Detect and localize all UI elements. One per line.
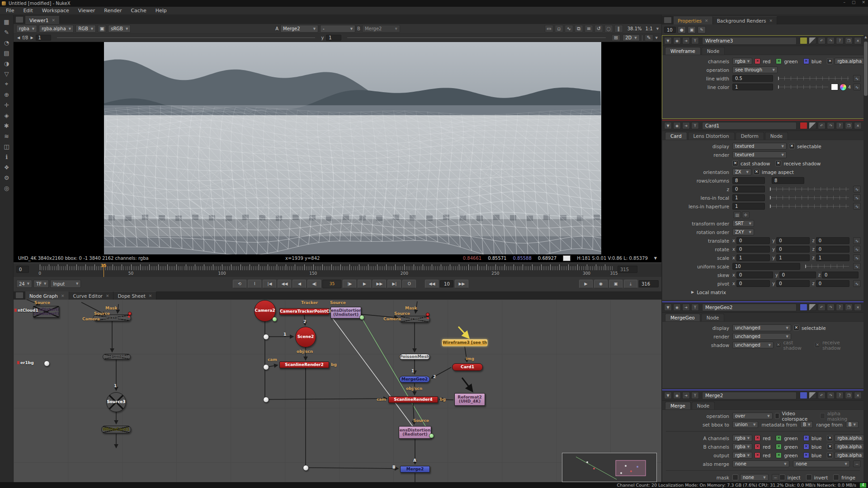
color-swatch[interactable]	[831, 84, 838, 90]
close-icon[interactable]: ✕	[769, 19, 773, 23]
collapse-icon[interactable]: ▼	[664, 304, 672, 311]
y-field[interactable]: 0	[776, 280, 810, 287]
gl-color-swatch[interactable]	[809, 122, 816, 129]
decrement-button[interactable]: ◀◀	[425, 280, 439, 288]
toolbar-keyer-icon[interactable]: ⌖	[1, 79, 12, 89]
green-checkbox[interactable]: ✕green	[776, 435, 797, 441]
layer-select[interactable]: rgba▼	[16, 25, 37, 33]
also-merge-select[interactable]: none▼	[732, 460, 789, 467]
more-button[interactable]: −	[853, 460, 861, 467]
toolbar-views-icon[interactable]: ◫	[1, 141, 12, 151]
toolbar-particles-icon[interactable]: ✱	[1, 121, 12, 131]
b-channels-select[interactable]: rgba▼	[732, 443, 752, 450]
close-icon[interactable]: ✕	[854, 304, 862, 311]
monitor-out-icon[interactable]: ▭	[545, 25, 553, 33]
source-mode-select[interactable]: Input▼	[50, 280, 81, 288]
redo-icon[interactable]: ↷	[827, 304, 835, 311]
line-color-field[interactable]: 1	[732, 84, 773, 90]
range-from-select[interactable]: B▼	[846, 421, 859, 428]
next-keyframe-button[interactable]: ▶▶	[373, 280, 386, 288]
blue-checkbox[interactable]: ✕blue	[803, 58, 822, 64]
none-select[interactable]: none▼	[793, 460, 850, 467]
a-channels-select[interactable]: rgba▼	[732, 435, 752, 441]
rgba-alpha-select[interactable]: rgba.alpha▼	[835, 452, 864, 459]
menu-file[interactable]: File	[2, 7, 18, 14]
close-icon[interactable]: ✕	[52, 18, 55, 23]
node-indicator-icon[interactable]: ◉	[673, 37, 681, 44]
slider[interactable]	[770, 196, 849, 200]
slider[interactable]	[805, 264, 849, 268]
collapse-icon[interactable]: ▼	[664, 37, 672, 44]
range-start-field[interactable]: 0	[16, 266, 29, 273]
in-point-button[interactable]: I	[248, 280, 261, 288]
revert-icon[interactable]: ↶	[818, 37, 826, 44]
line-width-field[interactable]: 0.5	[732, 75, 773, 82]
toolbar-toolsets-icon[interactable]: ❖	[1, 162, 12, 172]
gamma-slider[interactable]	[347, 38, 606, 38]
menu-help[interactable]: Help	[151, 7, 171, 14]
float-icon[interactable]: ❐	[845, 37, 853, 44]
curve-editor-icon[interactable]: ∿	[853, 186, 861, 192]
toolbar-other-icon[interactable]: ⚙	[1, 173, 12, 183]
slider[interactable]	[770, 187, 849, 191]
orientation-select[interactable]: ZX▼	[732, 169, 751, 175]
record-icon[interactable]: ◉	[594, 280, 608, 288]
pin-icon[interactable]: Y	[691, 37, 699, 44]
prev-keyframe-button[interactable]: ◀◀	[278, 280, 291, 288]
toolbar-time-icon[interactable]: ◔	[1, 38, 12, 47]
dag-node-scanlinerender4[interactable]: ScanlineRender4	[388, 396, 438, 403]
channels-stack-icon[interactable]: ≡	[585, 25, 593, 33]
edit-icon[interactable]: ✎	[698, 26, 706, 33]
scroll-up-icon[interactable]: ▲	[863, 35, 868, 41]
link-icon[interactable]: ➔	[682, 122, 690, 129]
columns-field[interactable]: 8	[772, 177, 804, 184]
close-icon[interactable]: ✕	[61, 294, 65, 298]
inject-checkbox[interactable]: inject	[779, 474, 801, 480]
dag-node-card1[interactable]: Card1	[452, 363, 483, 371]
close-icon[interactable]: ✕	[854, 122, 862, 129]
close-icon[interactable]: ✕	[705, 19, 708, 23]
chevron-down-icon[interactable]: ▼	[654, 256, 657, 260]
enable-checkbox[interactable]: ✕	[827, 435, 833, 441]
selectable-checkbox[interactable]: ✕selectable	[789, 143, 821, 149]
pin-icon[interactable]: Y	[691, 122, 699, 129]
roi-icon[interactable]: ◌	[604, 25, 613, 33]
dag-node-mergegeo2[interactable]: MergeGeo2	[399, 376, 430, 383]
help-icon[interactable]: ?	[836, 37, 844, 44]
tab-node-graph[interactable]: Node Graph✕	[25, 291, 69, 300]
tab-wireframe[interactable]: Wireframe	[665, 47, 701, 55]
red-checkbox[interactable]: ✕red	[755, 435, 770, 441]
revert-icon[interactable]: ↶	[818, 392, 826, 399]
revert-icon[interactable]: ↶	[818, 122, 826, 129]
fringe-checkbox[interactable]: fringe	[833, 474, 855, 480]
retime-mode-select[interactable]: TF▼	[33, 280, 49, 288]
increment-field[interactable]: 10	[440, 280, 453, 287]
tab-node[interactable]: Node	[701, 314, 724, 321]
slider[interactable]	[778, 76, 849, 80]
tab-node[interactable]: Node	[692, 402, 715, 409]
receive-shadow-checkbox[interactable]: ✕receive shadow	[775, 160, 821, 166]
tab-merge[interactable]: Merge	[665, 402, 691, 409]
dag-node-cameratrackerpointcloud2[interactable]: CameraTrackerPointCloud2	[279, 308, 329, 315]
blend-select[interactable]: -▼	[320, 25, 355, 33]
render-select[interactable]: textured▼	[732, 151, 787, 158]
tab-deform[interactable]: Deform	[736, 132, 764, 140]
tab-mergegeo[interactable]: MergeGeo	[665, 314, 700, 321]
node-indicator-icon[interactable]: ◉	[673, 304, 681, 311]
step-back-button[interactable]: ◀|	[307, 280, 321, 288]
toolbar-transform-icon[interactable]: ✛	[1, 100, 12, 110]
gain-field[interactable]: 1	[36, 35, 51, 41]
chevron-down-icon[interactable]: ▼	[656, 27, 659, 31]
toolbar-draw-icon[interactable]: ✎	[1, 27, 12, 37]
close-icon[interactable]: ✕	[854, 37, 862, 44]
tab-lens-distortion[interactable]: Lens Distortion	[688, 132, 735, 140]
help-icon[interactable]: ?	[836, 392, 844, 399]
close-icon[interactable]: ✕	[862, 0, 865, 5]
elbow-dot[interactable]	[303, 465, 309, 471]
channels-select[interactable]: rgba▼	[732, 58, 752, 65]
first-frame-button[interactable]: |◀	[263, 280, 276, 288]
pin-icon[interactable]: Y	[691, 304, 699, 311]
blue-checkbox[interactable]: ✕blue	[803, 452, 822, 458]
link-icon[interactable]: ➔	[682, 304, 690, 311]
b-input-select[interactable]: Merge2▼	[362, 25, 400, 33]
